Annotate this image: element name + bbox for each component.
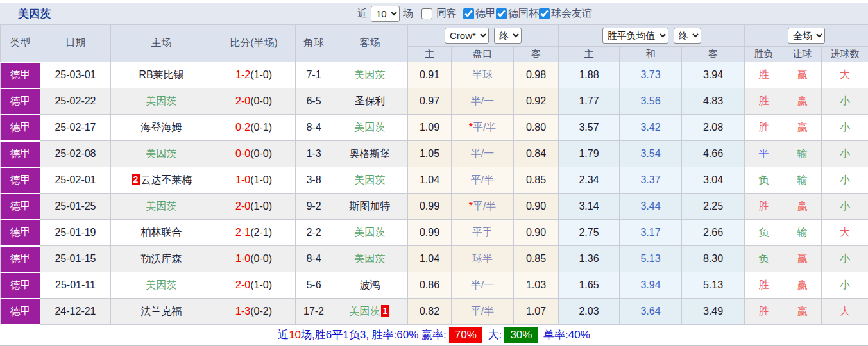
summary-segment: 70% <box>449 327 482 343</box>
filter-checkbox[interactable] <box>496 8 507 19</box>
result-cell: 平 <box>745 141 783 167</box>
score-cell: 1-0(1-0) <box>212 167 296 194</box>
away-odds-cell: 0.84 <box>514 141 559 167</box>
filter-label: 德国杯 <box>508 7 539 21</box>
result-scope-group: 全场 <box>745 25 868 47</box>
away-team-cell: 美因茨 <box>332 220 408 246</box>
avg-draw-cell: 3.54 <box>620 141 682 167</box>
odds-stage-select[interactable]: 终 <box>494 28 522 44</box>
filter-checkboxes: 同客德甲德国杯球会友谊 <box>416 7 592 21</box>
avg-home-cell: 2.03 <box>559 299 620 325</box>
score-cell: 1-3(0-2) <box>212 299 296 325</box>
avg-home-cell: 3.14 <box>559 194 620 220</box>
half-time-score: (2-1) <box>250 227 272 238</box>
table-row: 德甲25-03-01RB莱比锡1-2(1-0)7-1美因茨0.91半球0.981… <box>1 62 868 88</box>
handicap-text: 平/半 <box>473 122 496 133</box>
avg-away-cell: 5.13 <box>682 272 745 299</box>
full-time-score: 1-2 <box>235 69 250 80</box>
home-odds-cell: 0.82 <box>408 299 452 325</box>
corners-cell: 8-4 <box>296 115 332 141</box>
avg-away-cell: 3.04 <box>682 167 745 194</box>
handicap-cell: 半/一 <box>452 88 514 115</box>
team-name: 美因茨 <box>355 69 386 80</box>
avg-away-cell: 2.08 <box>682 115 745 141</box>
home-team-cell: RB莱比锡 <box>111 62 212 88</box>
filter-德甲[interactable]: 德甲 <box>463 7 496 21</box>
summary-segment: 近 <box>278 327 289 342</box>
col-header-corners: 角球 <box>296 25 332 62</box>
half-time-score: (1-0) <box>250 279 272 290</box>
league-cell: 德甲 <box>1 246 40 272</box>
half-time-score: (0-0) <box>250 148 272 159</box>
team-name: 斯图加特 <box>350 201 391 211</box>
score-cell: 2-0(1-0) <box>212 194 296 220</box>
handicap-cell: *平/半 <box>452 115 514 141</box>
team-name: 美因茨 <box>355 227 386 238</box>
table-row: 德甲25-02-08美因茨0-0(0-0)1-3奥格斯堡1.05半/一0.841… <box>1 141 868 167</box>
full-time-score: 1-3 <box>235 306 250 317</box>
filter-同客[interactable]: 同客 <box>421 7 457 21</box>
away-odds-cell: 0.85 <box>514 167 559 194</box>
match-table-body: 德甲25-03-01RB莱比锡1-2(1-0)7-1美因茨0.91半球0.981… <box>1 62 868 325</box>
handicap-text: 平/半 <box>471 174 494 185</box>
summary-segment: 30% <box>504 327 538 343</box>
team-name: 勒沃库森 <box>141 253 182 264</box>
goals-cell: 小 <box>822 272 868 299</box>
summary-segment: 大: <box>485 327 502 342</box>
handicap-result-cell: 赢 <box>783 246 822 272</box>
avg-home-cell: 2.75 <box>559 220 620 246</box>
col-header-away: 客场 <box>332 25 408 62</box>
filter-checkbox[interactable] <box>539 8 550 19</box>
league-cell: 德甲 <box>1 299 40 325</box>
avg-home-cell: 1.36 <box>559 246 620 272</box>
home-odds-cell: 1.05 <box>408 141 452 167</box>
result-cell: 负 <box>745 220 783 246</box>
filter-德国杯[interactable]: 德国杯 <box>496 7 539 21</box>
average-type-select[interactable]: 胜平负均值 <box>602 28 668 44</box>
filter-checkbox[interactable] <box>421 8 432 19</box>
away-odds-cell: 0.90 <box>514 220 559 246</box>
avg-home-cell: 1.88 <box>559 62 620 88</box>
result-cell: 胜 <box>745 115 783 141</box>
col-header-home: 主场 <box>111 25 212 62</box>
filter-球会友谊[interactable]: 球会友谊 <box>539 7 592 21</box>
filter-label: 球会友谊 <box>551 7 592 21</box>
goals-cell: 小 <box>822 115 868 141</box>
filter-checkbox[interactable] <box>463 8 474 19</box>
bookmaker-company-select[interactable]: Crow* <box>445 28 489 44</box>
handicap-result-cell: 输 <box>783 167 822 194</box>
handicap-text: 平手 <box>472 227 493 238</box>
home-team-cell: 美因茨 <box>111 88 212 115</box>
home-odds-cell: 0.99 <box>408 194 452 220</box>
corners-cell: 5-6 <box>296 272 332 299</box>
recent-count-select[interactable]: 10 <box>371 6 400 22</box>
away-team-cell: 美因茨 <box>332 246 408 272</box>
full-time-score: 0-0 <box>235 148 250 159</box>
league-cell: 德甲 <box>1 115 40 141</box>
goals-cell: 大 <box>822 299 868 325</box>
away-odds-cell: 0.92 <box>514 88 559 115</box>
filter-label: 同客 <box>436 7 457 21</box>
half-time-score: (0-0) <box>250 253 272 264</box>
avg-draw-cell: 3.37 <box>620 167 682 194</box>
handicap-cell: 半/一 <box>452 272 514 299</box>
avg-away-cell: 2.66 <box>682 220 745 246</box>
score-cell: 0-0(0-0) <box>212 141 296 167</box>
scope-select[interactable]: 全场 <box>788 28 825 44</box>
result-cell: 负 <box>745 246 783 272</box>
goals-cell: 大 <box>822 220 868 246</box>
league-cell: 德甲 <box>1 220 40 246</box>
handicap-result-cell: 输 <box>783 141 822 167</box>
team-name: 美因茨 <box>146 279 177 290</box>
average-stage-select[interactable]: 终 <box>674 28 701 44</box>
avg-draw-cell: 3.44 <box>620 194 682 220</box>
league-cell: 德甲 <box>1 141 40 167</box>
corners-cell: 7-1 <box>296 62 332 88</box>
team-name: 海登海姆 <box>141 122 182 133</box>
away-odds-cell: 1.07 <box>514 299 559 325</box>
team-name: 法兰克福 <box>141 306 182 317</box>
handicap-result-cell: 输 <box>783 220 822 246</box>
table-row: 德甲25-01-11美因茨2-0(1-0)5-6波鸿0.86半/一1.031.6… <box>1 272 868 299</box>
handicap-result-cell: 赢 <box>783 272 822 299</box>
col-header-league-type: 类型 <box>1 25 40 62</box>
